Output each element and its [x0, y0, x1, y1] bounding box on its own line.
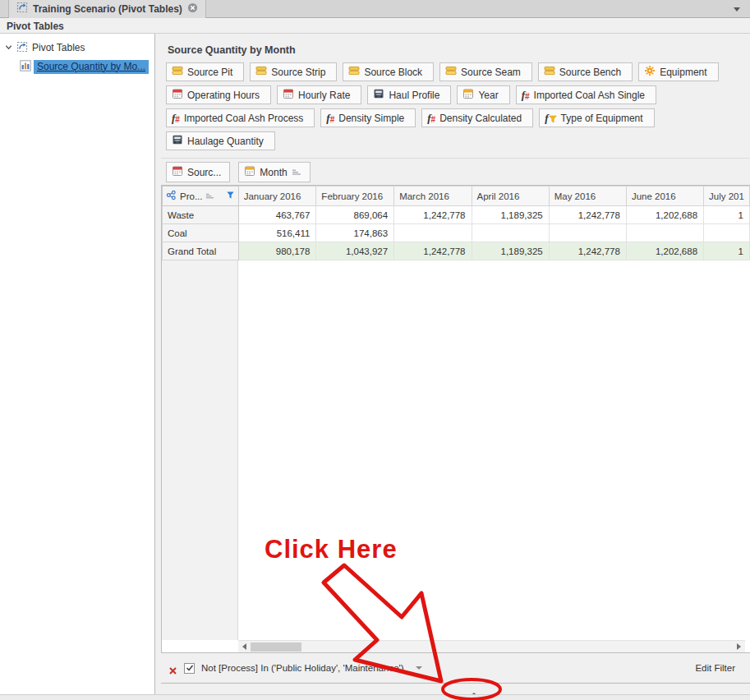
horizontal-scrollbar[interactable] — [238, 640, 745, 652]
field-label: Hourly Rate — [298, 90, 350, 101]
field-button-density-calculated[interactable]: f# Density Calculated — [421, 108, 533, 127]
cell[interactable]: 516,411 — [238, 224, 316, 242]
column-field-source[interactable]: Sourc... — [166, 162, 230, 182]
field-button-imported-coal-ash-single[interactable]: f# Imported Coal Ash Single — [516, 85, 656, 104]
filter-funnel-icon[interactable] — [226, 191, 235, 201]
header-row: Pro... January 2016 February 2016 March … — [163, 187, 750, 206]
field-button-haul-profile[interactable]: Haul Profile — [367, 85, 451, 104]
field-button-source-bench[interactable]: Source Bench — [538, 62, 633, 81]
cell[interactable] — [472, 224, 549, 242]
filter-expression[interactable]: Not [Process] In ('Public Holiday', 'Mai… — [201, 663, 404, 673]
cell[interactable]: 1,202,688 — [626, 242, 703, 260]
cell[interactable] — [704, 224, 750, 242]
field-button-operating-hours[interactable]: Operating Hours — [166, 85, 271, 104]
tab-list-dropdown-icon[interactable] — [734, 7, 740, 12]
splitter-strip — [161, 684, 750, 694]
expander-icon[interactable] — [5, 42, 12, 53]
row-header[interactable]: Waste — [163, 206, 239, 224]
column-header[interactable]: February 2016 — [316, 187, 394, 206]
pivot-table-icon — [16, 41, 28, 55]
column-header[interactable]: May 2016 — [549, 187, 626, 206]
field-button-source-pit[interactable]: Source Pit — [166, 62, 244, 81]
calendar-yellow-icon — [244, 165, 255, 179]
document-tab-bar: Training Scenario (Pivot Tables) — [0, 0, 750, 18]
cell[interactable]: 174,863 — [316, 224, 394, 242]
column-header[interactable]: April 2016 — [472, 187, 549, 206]
fx-number-icon: f# — [427, 113, 435, 124]
cell[interactable]: 463,767 — [238, 206, 316, 224]
field-button-source-strip[interactable]: Source Strip — [250, 62, 337, 81]
scroll-right-icon[interactable] — [737, 643, 741, 650]
fx-number-icon: f# — [172, 113, 180, 124]
cell[interactable]: 869,064 — [316, 206, 394, 224]
field-label: Source Strip — [271, 67, 325, 78]
column-field-month[interactable]: Month — [238, 162, 310, 182]
pivot-table-icon — [16, 2, 28, 16]
field-label: Source Pit — [187, 67, 232, 78]
cell[interactable]: 1,242,778 — [394, 242, 472, 260]
edit-filter-button[interactable]: Edit Filter — [695, 663, 735, 673]
field-label: Pro... — [180, 191, 202, 201]
field-button-year[interactable]: Year — [457, 85, 509, 104]
tab-title: Training Scenario (Pivot Tables) — [33, 3, 182, 15]
cell[interactable]: 1 — [704, 206, 750, 224]
field-row: f# Imported Coal Ash Process f# Density … — [166, 108, 750, 127]
filter-enabled-checkbox[interactable] — [184, 663, 195, 674]
chevron-down-icon[interactable] — [416, 666, 422, 670]
cell[interactable]: 980,178 — [238, 242, 316, 260]
row-header[interactable]: Coal — [163, 224, 239, 242]
cell[interactable]: 1,189,325 — [472, 242, 549, 260]
column-header[interactable]: July 201 — [704, 187, 750, 206]
dimension-icon — [544, 65, 555, 79]
column-header[interactable]: March 2016 — [394, 187, 472, 206]
field-button-haulage-quantity[interactable]: Haulage Quantity — [166, 131, 275, 150]
column-header[interactable]: January 2016 — [238, 187, 316, 206]
dimension-icon — [445, 65, 457, 79]
field-list: Source Pit Source Strip Source Block Sou… — [166, 62, 750, 154]
field-button-hourly-rate[interactable]: Hourly Rate — [277, 85, 361, 104]
field-button-equipment[interactable]: Equipment — [638, 62, 718, 81]
fx-number-icon: f# — [326, 113, 334, 124]
calendar-yellow-icon — [462, 88, 474, 102]
tree-node-source-quantity[interactable]: Source Quantity by Mo... — [20, 59, 149, 74]
field-button-source-seam[interactable]: Source Seam — [439, 62, 532, 81]
cell[interactable]: 1 — [704, 242, 750, 260]
scroll-left-icon[interactable] — [242, 643, 246, 650]
field-button-imported-coal-ash-process[interactable]: f# Imported Coal Ash Process — [166, 108, 315, 127]
cell[interactable] — [394, 224, 472, 242]
field-button-source-block[interactable]: Source Block — [343, 62, 434, 81]
page-title: Source Quantity by Month — [168, 44, 296, 56]
divider — [161, 158, 750, 159]
click-here-annotation: Click Here — [265, 535, 398, 564]
field-label: Haulage Quantity — [187, 136, 264, 147]
field-label: Imported Coal Ash Process — [184, 113, 303, 124]
field-label: Density Calculated — [439, 113, 522, 124]
table-row-coal: Coal 516,411 174,863 — [163, 224, 750, 242]
window-footer — [0, 694, 750, 700]
cell[interactable]: 1,043,927 — [316, 242, 394, 260]
row-header[interactable]: Grand Total — [163, 242, 239, 260]
close-icon[interactable] — [187, 2, 198, 16]
field-button-type-of-equipment[interactable]: f Type of Equipment — [539, 108, 654, 127]
cell[interactable]: 1,242,778 — [549, 242, 626, 260]
truck-icon — [172, 134, 183, 148]
dimension-icon — [348, 65, 360, 79]
table-row-waste: Waste 463,767 869,064 1,242,778 1,189,32… — [163, 206, 750, 224]
cell[interactable]: 1,242,778 — [394, 206, 472, 224]
cell[interactable]: 1,242,778 — [549, 206, 626, 224]
tab-training-scenario[interactable]: Training Scenario (Pivot Tables) — [8, 0, 206, 18]
field-label: Source Bench — [559, 67, 621, 78]
row-field-process[interactable]: Pro... — [163, 187, 239, 206]
field-label: Sourc... — [187, 167, 221, 178]
tree-node-pivot-tables[interactable]: Pivot Tables — [5, 40, 85, 55]
field-button-density-simple[interactable]: f# Density Simple — [320, 108, 416, 127]
column-header[interactable]: June 2016 — [626, 187, 703, 206]
cell[interactable]: 1,202,688 — [626, 206, 703, 224]
scrollbar-thumb[interactable] — [251, 642, 301, 652]
remove-filter-icon[interactable] — [168, 664, 177, 673]
cell[interactable] — [626, 224, 703, 242]
tree-child-label[interactable]: Source Quantity by Mo... — [34, 60, 149, 74]
field-label: Density Simple — [338, 113, 404, 124]
cell[interactable] — [549, 224, 626, 242]
cell[interactable]: 1,189,325 — [472, 206, 549, 224]
